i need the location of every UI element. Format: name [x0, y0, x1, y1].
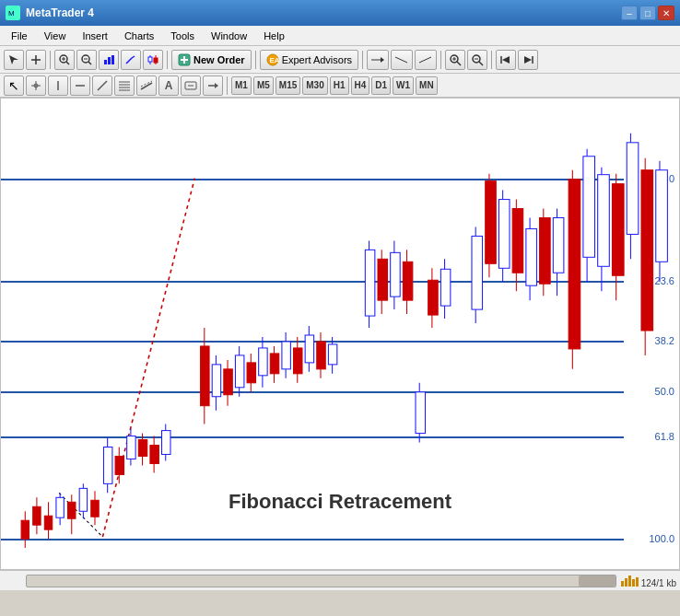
svg-line-27 [419, 57, 431, 63]
menu-help[interactable]: Help [256, 29, 292, 43]
svg-rect-132 [540, 217, 551, 284]
price-tool1-btn[interactable] [367, 50, 389, 70]
tf-m30[interactable]: M30 [302, 76, 327, 95]
new-order-button[interactable]: New Order [171, 50, 252, 70]
svg-rect-60 [33, 506, 41, 525]
svg-rect-136 [569, 180, 580, 349]
menu-window[interactable]: Window [204, 29, 254, 43]
separator5 [440, 51, 441, 69]
candle-chart-btn[interactable] [143, 50, 163, 70]
svg-line-44 [98, 81, 107, 90]
svg-rect-152 [632, 579, 635, 587]
text-tool-btn[interactable]: A [158, 76, 179, 96]
toolbar1: New Order EA Expert Advisors [0, 46, 680, 74]
svg-rect-68 [79, 488, 87, 511]
zoom-out2-btn[interactable] [467, 50, 487, 70]
kb-info: 124/1 kb [641, 578, 676, 588]
svg-rect-62 [44, 516, 52, 529]
svg-rect-112 [391, 252, 401, 296]
tf-m5[interactable]: M5 [253, 76, 274, 95]
zoom-in2-btn[interactable] [445, 50, 465, 70]
chart-type-btn[interactable] [99, 50, 119, 70]
title-bar: M MetaTrader 4 – □ ✕ [0, 0, 680, 26]
svg-line-6 [66, 62, 69, 64]
close-button[interactable]: ✕ [658, 6, 674, 20]
svg-marker-54 [215, 83, 218, 88]
zoom-out-btn[interactable] [76, 50, 97, 70]
svg-rect-76 [127, 436, 135, 459]
tf-h1[interactable]: H1 [330, 76, 349, 95]
title-bar-left: M MetaTrader 4 [6, 6, 94, 20]
svg-rect-138 [583, 157, 595, 258]
fib-tool-btn[interactable] [114, 76, 135, 96]
svg-line-29 [457, 62, 461, 65]
new-order-label: New Order [193, 54, 245, 65]
svg-rect-140 [598, 175, 610, 267]
tf-m1[interactable]: M1 [231, 76, 252, 95]
expert-advisors-button[interactable]: EA Expert Advisors [260, 50, 358, 70]
tf-w1[interactable]: W1 [393, 76, 414, 95]
label-tool-btn[interactable] [181, 76, 201, 96]
horizontal-line-btn[interactable] [70, 76, 90, 96]
crosshair-tool-btn[interactable] [26, 50, 46, 70]
select-tool-btn[interactable]: ↖ [4, 76, 24, 96]
zoom-in-btn[interactable] [54, 50, 75, 70]
svg-rect-16 [148, 57, 152, 62]
svg-line-10 [88, 62, 91, 64]
svg-rect-106 [328, 344, 336, 365]
arrow-draw-btn[interactable] [203, 76, 223, 96]
svg-rect-122 [472, 236, 483, 309]
svg-rect-78 [138, 440, 147, 457]
status-bar: 124/1 kb [0, 570, 680, 590]
separator-tf [227, 76, 228, 95]
svg-rect-100 [294, 348, 302, 374]
svg-rect-66 [68, 502, 76, 518]
menu-file[interactable]: File [4, 29, 35, 43]
svg-rect-90 [235, 355, 243, 388]
menu-tools[interactable]: Tools [163, 29, 202, 43]
menu-charts[interactable]: Charts [117, 29, 161, 43]
svg-rect-126 [498, 200, 510, 269]
app-icon: M [6, 6, 20, 20]
title-controls: – □ ✕ [621, 6, 674, 20]
svg-rect-64 [56, 497, 64, 517]
tf-mn[interactable]: MN [416, 76, 438, 95]
vertical-line-btn[interactable] [48, 76, 68, 96]
price-tool3-btn[interactable] [415, 50, 437, 70]
scrollbar-thumb[interactable] [579, 575, 616, 587]
svg-rect-146 [641, 170, 653, 331]
tf-m15[interactable]: M15 [276, 76, 300, 95]
scroll-left-btn[interactable] [496, 50, 516, 70]
svg-rect-96 [270, 354, 278, 374]
horizontal-scrollbar[interactable] [26, 575, 616, 587]
svg-rect-92 [247, 363, 255, 383]
svg-rect-14 [111, 55, 114, 64]
scroll-right-btn[interactable] [518, 50, 538, 70]
separator1 [50, 51, 51, 69]
svg-rect-12 [104, 60, 107, 64]
chart-area[interactable]: 0.0 23.6 38.2 50.0 61.8 100.0 Fibonacci … [0, 98, 680, 570]
chart-svg [1, 99, 679, 569]
svg-rect-82 [162, 431, 170, 455]
minimize-button[interactable]: – [621, 6, 638, 20]
svg-line-55 [102, 179, 194, 537]
svg-rect-94 [259, 348, 267, 376]
crosshair2-btn[interactable] [26, 76, 46, 96]
separator3 [255, 51, 256, 69]
trendline-btn[interactable] [92, 76, 112, 96]
svg-rect-110 [378, 259, 388, 300]
svg-rect-104 [317, 342, 325, 369]
maximize-button[interactable]: □ [639, 6, 656, 20]
tf-d1[interactable]: D1 [371, 76, 391, 95]
menu-view[interactable]: View [37, 29, 74, 43]
status-info: 124/1 kb [620, 574, 676, 588]
svg-rect-124 [486, 181, 497, 264]
line-chart-btn[interactable] [121, 50, 141, 70]
svg-rect-86 [212, 365, 220, 397]
arrow-tool-btn[interactable] [4, 50, 24, 70]
price-tool2-btn[interactable] [391, 50, 413, 70]
tf-h4[interactable]: H4 [351, 76, 370, 95]
separator6 [491, 51, 492, 69]
menu-insert[interactable]: Insert [75, 29, 115, 43]
channel-btn[interactable] [136, 76, 157, 96]
